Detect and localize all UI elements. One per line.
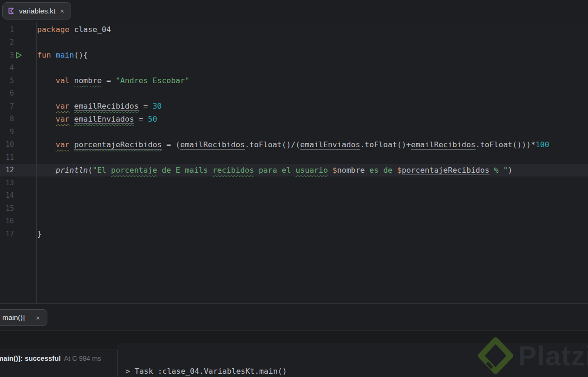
tab-variables-kt[interactable]: variables.kt × xyxy=(2,2,71,20)
code-line-5: val nombre = "Andres Escobar" xyxy=(37,74,588,87)
gutter-line-12: 12 xyxy=(0,164,36,177)
code-line-2 xyxy=(37,36,588,49)
close-icon[interactable]: × xyxy=(35,313,41,322)
code-line-8: var emailEnviados = 50 xyxy=(37,113,588,126)
code-line-6 xyxy=(37,87,588,100)
code-line-15 xyxy=(37,202,588,215)
kotlin-file-icon xyxy=(7,7,15,15)
gutter-separator xyxy=(36,22,37,303)
code-line-16 xyxy=(37,215,588,228)
run-status-panel[interactable]: main()]: successfulAt C 984 ms xyxy=(0,350,118,377)
gutter-line-16: 16 xyxy=(0,215,36,228)
code-line-13 xyxy=(37,176,588,189)
code-line-11 xyxy=(37,151,588,164)
code-line-10: var porcentajeRecibidos = (emailRecibido… xyxy=(37,138,588,151)
ide-window: variables.kt × 1234567891011121314151617… xyxy=(0,0,588,377)
code-line-4 xyxy=(37,62,588,75)
code-line-14 xyxy=(37,189,588,202)
code-line-12: println("El porcentaje de E mails recibi… xyxy=(37,164,588,177)
gutter-line-6: 6 xyxy=(0,87,36,100)
code-editor[interactable]: 1234567891011121314151617 package clase_… xyxy=(0,22,588,303)
gutter-line-1: 1 xyxy=(0,23,36,36)
gutter-line-8: 8 xyxy=(0,113,36,126)
code-area[interactable]: package clase_04fun main(){ val nombre =… xyxy=(37,23,588,240)
console-line-task: > Task :clase_04.VariablesKt.main() xyxy=(125,364,588,377)
gutter-line-10: 10 xyxy=(0,138,36,151)
run-main-gutter-icon[interactable] xyxy=(15,52,22,61)
gutter-line-4: 4 xyxy=(0,62,36,75)
run-toolwindow-content: Platzi > Task :clase_04.VariablesKt.main… xyxy=(0,331,588,377)
code-line-3: fun main(){ xyxy=(37,49,588,62)
gutter-line-2: 2 xyxy=(0,36,36,49)
run-toolwindow-tab-bar: main()] × xyxy=(0,303,588,331)
run-status-duration: At C 984 ms xyxy=(64,355,101,362)
gutter-line-17: 17 xyxy=(0,228,36,240)
run-tab-main[interactable]: main()] × xyxy=(0,309,47,326)
run-status-text: main()]: successful xyxy=(0,354,61,362)
editor-tab-label: variables.kt xyxy=(19,7,55,15)
gutter-line-15: 15 xyxy=(0,202,36,215)
code-line-9 xyxy=(37,125,588,138)
gutter-line-13: 13 xyxy=(0,176,36,189)
code-line-7: var emailRecibidos = 30 xyxy=(37,100,588,113)
code-line-17: } xyxy=(37,228,588,240)
gutter-line-7: 7 xyxy=(0,100,36,113)
gutter-line-11: 11 xyxy=(0,151,36,164)
console-output[interactable]: > Task :clase_04.VariablesKt.main() El p… xyxy=(118,343,588,377)
gutter-line-9: 9 xyxy=(0,125,36,138)
code-line-1: package clase_04 xyxy=(37,23,588,36)
close-icon[interactable]: × xyxy=(59,6,65,15)
gutter-line-5: 5 xyxy=(0,74,36,87)
run-tab-label: main()] xyxy=(2,313,25,322)
gutter-line-14: 14 xyxy=(0,189,36,202)
editor-tab-bar: variables.kt × xyxy=(0,0,588,22)
gutter-line-3: 3 xyxy=(0,49,36,62)
editor-gutter: 1234567891011121314151617 xyxy=(0,23,36,240)
